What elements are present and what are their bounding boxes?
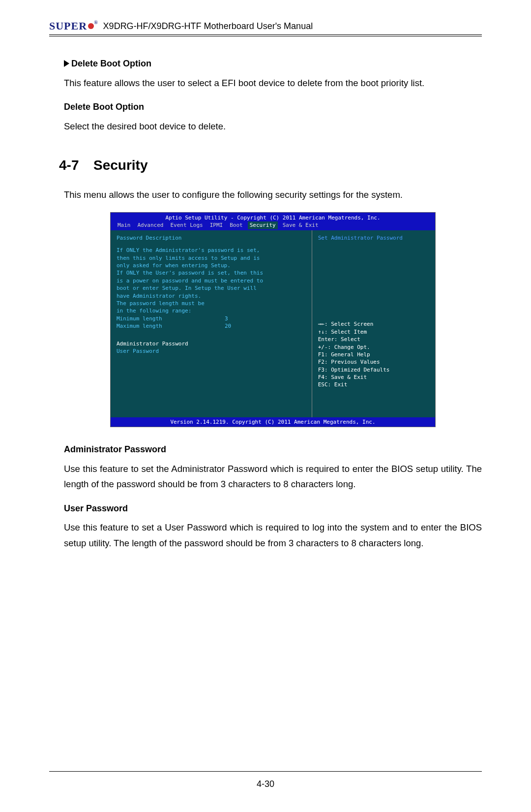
brand-logo: SUPER®: [49, 20, 98, 32]
bios-footer: Version 2.14.1219. Copyright (C) 2011 Am…: [111, 417, 435, 427]
footer-rule: [49, 771, 482, 772]
subhead-user-pw: User Password: [64, 501, 482, 516]
para-s1: This feature allows the user to select a…: [64, 75, 482, 91]
subhead-delete-boot-option-2: Delete Boot Option: [64, 99, 482, 115]
document-page: SUPER® X9DRG-HF/X9DRG-HTF Motherboard Us…: [0, 0, 531, 812]
bios-tab-saveexit[interactable]: Save & Exit: [281, 221, 321, 229]
para-user: Use this feature to set a User Password …: [64, 520, 482, 551]
brand-dot-icon: [88, 23, 94, 29]
bios-right-pane: Set Administrator Password →←: Select Sc…: [312, 230, 435, 417]
bios-admin-pw-item[interactable]: Administrator Password: [117, 340, 306, 347]
page-header: SUPER® X9DRG-HF/X9DRG-HTF Motherboard Us…: [49, 20, 482, 36]
bios-min-len-k: Minimum length: [117, 315, 225, 322]
bios-tab-security[interactable]: Security: [248, 221, 278, 229]
bios-help-hint: Set Administrator Password: [318, 234, 429, 242]
bios-user-pw-item[interactable]: User Password: [117, 347, 306, 355]
page-number: 4-30: [0, 779, 531, 789]
para-s2: Select the desired boot device to delete…: [64, 119, 482, 134]
bios-body: Password Description If ONLY the Adminis…: [111, 230, 435, 417]
section-name: Security: [93, 157, 148, 173]
bios-tab-boot[interactable]: Boot: [228, 221, 245, 229]
bios-tab-main[interactable]: Main: [116, 221, 133, 229]
section-4-7: 4-7Security: [59, 154, 482, 177]
bios-screenshot: Aptio Setup Utility - Copyright (C) 2011…: [110, 212, 436, 427]
trademark: ®: [94, 20, 98, 25]
manual-title: X9DRG-HF/X9DRG-HTF Motherboard User's Ma…: [103, 21, 313, 31]
bios-max-len-k: Maximum length: [117, 322, 225, 330]
bios-tab-ipmi[interactable]: IPMI: [208, 221, 225, 229]
section-number: 4-7: [59, 154, 93, 177]
bios-max-len-v: 20: [225, 322, 231, 330]
para-admin: Use this feature to set the Administrato…: [64, 461, 482, 492]
page-body: Delete Boot Option This feature allows t…: [49, 56, 482, 551]
bios-tab-eventlogs[interactable]: Event Logs: [168, 221, 205, 229]
bios-pw-desc-title: Password Description: [117, 234, 306, 242]
subhead-delete-boot-option-1: Delete Boot Option: [64, 56, 482, 71]
brand-text: SUPER: [49, 20, 87, 32]
bios-min-len-v: 3: [225, 315, 228, 322]
bios-tabs: Main Advanced Event Logs IPMI Boot Secur…: [111, 221, 435, 230]
bios-help-keys: →←: Select Screen ↑↓: Select Item Enter:…: [318, 320, 429, 413]
para-sec-intro: This menu allows the user to configure t…: [64, 187, 482, 202]
bios-tab-advanced[interactable]: Advanced: [136, 221, 166, 229]
bios-title: Aptio Setup Utility - Copyright (C) 2011…: [111, 213, 435, 221]
caret-right-icon: [64, 60, 69, 67]
subhead-admin-pw: Administrator Password: [64, 442, 482, 457]
bios-left-pane: Password Description If ONLY the Adminis…: [111, 230, 312, 417]
